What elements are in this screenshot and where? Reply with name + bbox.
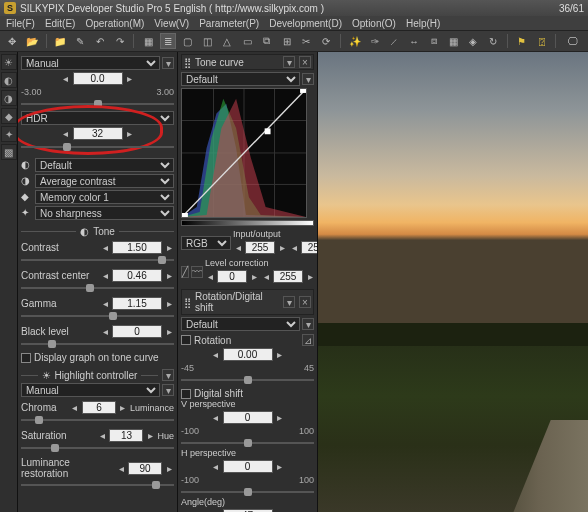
dd-memcolor[interactable]: Memory color 1 <box>35 190 174 204</box>
io-a-dec[interactable]: ◂ <box>233 242 243 254</box>
lumres-dec[interactable]: ◂ <box>116 462 126 474</box>
hlc-extra[interactable]: ▾ <box>162 384 174 396</box>
mode-select[interactable]: Manual <box>21 56 160 70</box>
vp-slider[interactable] <box>181 438 314 448</box>
contrast-dec[interactable]: ◂ <box>100 242 110 254</box>
contrast-center-value[interactable]: 0.46 <box>112 269 162 282</box>
strip-exposure-icon[interactable]: ☀ <box>1 54 17 70</box>
ev-value[interactable]: 0.0 <box>73 72 123 85</box>
single-view-icon[interactable]: ▢ <box>180 33 196 49</box>
lvl-b-inc[interactable]: ▸ <box>305 271 315 283</box>
curve-line-icon[interactable]: ╱ <box>181 266 189 278</box>
sat-inc[interactable]: ▸ <box>145 430 155 442</box>
contrast-center-inc[interactable]: ▸ <box>164 270 174 282</box>
graph-check[interactable] <box>21 353 31 363</box>
hp-value[interactable]: 0 <box>223 460 273 473</box>
menu-edit[interactable]: Edit(E) <box>45 18 76 29</box>
hdr-inc[interactable]: ▸ <box>125 128 135 140</box>
rot-preset-select[interactable]: Default <box>181 317 300 331</box>
sat-slider[interactable] <box>21 443 174 453</box>
hlc-mode-select[interactable]: Manual <box>21 383 160 397</box>
dd-contrast[interactable]: Average contrast <box>35 174 174 188</box>
ev-slider[interactable] <box>21 99 174 109</box>
a-icon[interactable]: ↔ <box>406 33 422 49</box>
hlc-collapse[interactable]: ▾ <box>162 369 174 381</box>
hdr-dec[interactable]: ◂ <box>61 128 71 140</box>
ev-inc[interactable]: ▸ <box>125 73 135 85</box>
lumres-value[interactable]: 90 <box>128 462 162 475</box>
gamma-dec[interactable]: ◂ <box>100 298 110 310</box>
flag-icon[interactable]: ⚑ <box>514 33 530 49</box>
undo-icon[interactable]: ↶ <box>92 33 108 49</box>
lock-icon[interactable]: ⍰ <box>534 33 550 49</box>
hdr-select[interactable]: HDR <box>21 111 174 125</box>
lvl-a-inc[interactable]: ▸ <box>249 271 259 283</box>
lvl-b-dec[interactable]: ◂ <box>261 271 271 283</box>
dd-sharp[interactable]: No sharpness <box>35 206 174 220</box>
rotation-reset[interactable]: ⊿ <box>302 334 314 346</box>
monitor-icon[interactable]: 🖵 <box>562 33 584 49</box>
contrast-inc[interactable]: ▸ <box>164 242 174 254</box>
chroma-value[interactable]: 6 <box>82 401 116 414</box>
layout-1-icon[interactable]: ▭ <box>239 33 255 49</box>
hp-dec[interactable]: ◂ <box>211 461 221 473</box>
gamma-inc[interactable]: ▸ <box>164 298 174 310</box>
list-view-icon[interactable]: ≣ <box>160 33 176 49</box>
lvl-a-dec[interactable]: ◂ <box>205 271 215 283</box>
vp-dec[interactable]: ◂ <box>211 412 221 424</box>
strip-color-icon[interactable]: ◆ <box>1 108 17 124</box>
grid-icon[interactable]: ⊞ <box>279 33 295 49</box>
contrast-value[interactable]: 1.50 <box>112 241 162 254</box>
wand-icon[interactable]: ✨ <box>347 33 363 49</box>
vp-inc[interactable]: ▸ <box>275 412 285 424</box>
sat-dec[interactable]: ◂ <box>97 430 107 442</box>
ev-dec[interactable]: ◂ <box>61 73 71 85</box>
hdr-value[interactable]: 32 <box>73 127 123 140</box>
io-b[interactable]: 255 <box>301 241 318 254</box>
black-inc[interactable]: ▸ <box>164 326 174 338</box>
hp-slider[interactable] <box>181 487 314 497</box>
hp-inc[interactable]: ▸ <box>275 461 285 473</box>
b-icon[interactable]: ⧈ <box>426 33 442 49</box>
menu-operation[interactable]: Operation(M) <box>85 18 144 29</box>
folder-open-icon[interactable]: 📂 <box>24 33 40 49</box>
dd-default[interactable]: Default <box>35 158 174 172</box>
curve-spline-icon[interactable]: 〰 <box>191 266 203 278</box>
black-dec[interactable]: ◂ <box>100 326 110 338</box>
io-b-dec[interactable]: ◂ <box>289 242 299 254</box>
chroma-inc[interactable]: ▸ <box>118 402 128 414</box>
menu-option[interactable]: Option(O) <box>352 18 396 29</box>
strip-tone-icon[interactable]: ◑ <box>1 90 17 106</box>
strip-wb-icon[interactable]: ◐ <box>1 72 17 88</box>
image-preview[interactable] <box>318 52 588 512</box>
ruler-icon[interactable]: ⟋ <box>386 33 402 49</box>
c-icon[interactable]: ▦ <box>446 33 462 49</box>
menu-view[interactable]: View(V) <box>154 18 189 29</box>
menu-help[interactable]: Help(H) <box>406 18 440 29</box>
gamma-value[interactable]: 1.15 <box>112 297 162 310</box>
tc-close-icon[interactable]: × <box>299 56 311 68</box>
crop-icon[interactable]: ✂ <box>298 33 314 49</box>
refresh-icon[interactable]: ↻ <box>485 33 501 49</box>
menu-development[interactable]: Development(D) <box>269 18 342 29</box>
dshift-check[interactable] <box>181 389 191 399</box>
channel-select[interactable]: RGB <box>181 236 231 250</box>
lumres-inc[interactable]: ▸ <box>164 462 174 474</box>
sat-value[interactable]: 13 <box>109 429 143 442</box>
warning-icon[interactable]: △ <box>219 33 235 49</box>
tc-grip-icon[interactable]: ⣿ <box>184 57 191 68</box>
hdr-slider[interactable] <box>21 142 174 152</box>
brush-icon[interactable]: ✎ <box>72 33 88 49</box>
contrast-center-slider[interactable] <box>21 283 174 293</box>
rot-collapse[interactable]: ▾ <box>283 296 295 308</box>
mode-collapse[interactable]: ▾ <box>162 57 174 69</box>
rotation-check[interactable] <box>181 335 191 345</box>
gamma-slider[interactable] <box>21 311 174 321</box>
vp-value[interactable]: 0 <box>223 411 273 424</box>
tone-curve-canvas[interactable] <box>181 88 307 218</box>
thumb-view-icon[interactable]: ▦ <box>140 33 156 49</box>
pointer-tool[interactable]: ✥ <box>4 33 20 49</box>
menu-parameter[interactable]: Parameter(P) <box>199 18 259 29</box>
strip-nr-icon[interactable]: ▩ <box>1 144 17 160</box>
menu-file[interactable]: File(F) <box>6 18 35 29</box>
